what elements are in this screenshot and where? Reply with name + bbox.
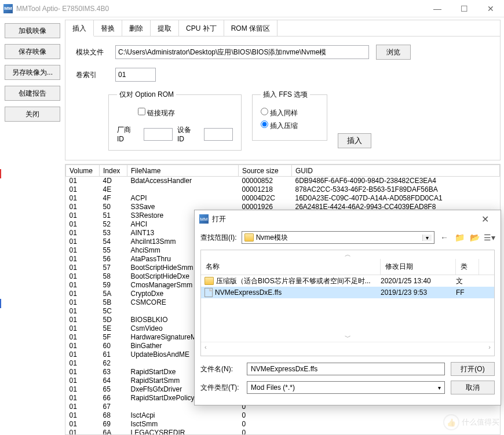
- watermark: 👍 什么值得买: [443, 414, 499, 430]
- close-button[interactable]: ✕: [477, 0, 504, 17]
- table-row[interactable]: 014FACPI00004D2C16D0A23E-C09C-407D-A14A-…: [66, 194, 500, 203]
- table-row[interactable]: 016ALEGACYSREDIR0: [66, 429, 500, 435]
- load-image-button[interactable]: 加载映像: [5, 23, 60, 38]
- folder-icon: [204, 277, 214, 285]
- minimize-button[interactable]: —: [424, 0, 451, 17]
- browse-button[interactable]: 浏览: [376, 45, 411, 60]
- col-filename[interactable]: FileName: [127, 165, 239, 177]
- volume-index-label: 卷索引: [76, 70, 108, 80]
- col-source-size[interactable]: Source size: [239, 165, 292, 177]
- sidebar: 加载映像 保存映像 另存映像为... 创建报告 关闭: [0, 17, 65, 435]
- ffs-options-group: 插入 FFS 选项 插入同样 插入压缩: [252, 90, 327, 141]
- file-list-row[interactable]: 压缩版（适合BIOS芯片容量不够或者空间不足时...2020/1/25 13:4…: [201, 275, 494, 287]
- save-as-button[interactable]: 另存映像为...: [5, 65, 60, 80]
- folder-icon: [244, 233, 254, 242]
- scroll-down-icon[interactable]: ﹀: [201, 333, 494, 342]
- file-list[interactable]: ︿ 名称 修改日期 类 压缩版（适合BIOS芯片容量不够或者空间不足时...20…: [200, 250, 495, 356]
- module-file-label: 模块文件: [76, 47, 108, 57]
- col-index[interactable]: Index: [100, 165, 127, 177]
- look-in-combo[interactable]: Nvme模块 ▾: [242, 231, 434, 244]
- device-id-label: 设备 ID: [177, 125, 199, 143]
- ffs-options-legend: 插入 FFS 选项: [261, 90, 310, 100]
- col-type[interactable]: 类: [456, 259, 479, 275]
- view-menu-icon[interactable]: ☰▾: [484, 232, 495, 243]
- back-icon[interactable]: ←: [439, 232, 450, 243]
- vendor-id-label: 厂商 ID: [117, 125, 139, 143]
- open-button[interactable]: 打开(O): [451, 362, 495, 376]
- ffs-insert-compressed-radio[interactable]: 插入压缩: [261, 120, 319, 131]
- dialog-close-button[interactable]: ✕: [474, 212, 496, 226]
- option-rom-legend: 仅对 Option ROM: [117, 90, 176, 100]
- scroll-right-icon[interactable]: ›: [488, 343, 491, 350]
- cancel-button[interactable]: 取消: [451, 381, 495, 394]
- file-type-label: 文件类型(T):: [200, 383, 241, 393]
- option-rom-group: 仅对 Option ROM 链接现存 厂商 ID 设备 ID: [108, 90, 242, 151]
- accent-mark: [0, 299, 1, 308]
- titlebar: MM MMTool Aptio- E7850IMS.4B0 — ☐ ✕: [0, 0, 504, 17]
- col-name[interactable]: 名称: [201, 259, 381, 275]
- table-header-row: Volume Index FileName Source size GUID: [66, 165, 500, 177]
- insert-button[interactable]: 插入: [338, 133, 371, 148]
- create-report-button[interactable]: 创建报告: [5, 86, 60, 101]
- up-folder-icon[interactable]: 📁: [454, 232, 465, 243]
- file-name-label: 文件名(N):: [200, 364, 241, 374]
- window-title: MMTool Aptio- E7850IMS.4B0: [16, 5, 424, 13]
- dialog-title: 打开: [212, 214, 474, 224]
- chevron-down-icon[interactable]: ▾: [422, 235, 432, 241]
- close-image-button[interactable]: 关闭: [5, 107, 60, 122]
- app-icon: MM: [3, 4, 13, 13]
- module-file-input[interactable]: [115, 45, 369, 59]
- dialog-titlebar[interactable]: MM 打开 ✕: [195, 210, 501, 228]
- tab-rom-reserve[interactable]: ROM 保留区: [224, 20, 277, 36]
- tabstrip: 插入 替换 删除 提取 CPU 补丁 ROM 保留区: [65, 20, 500, 36]
- file-list-header: 名称 修改日期 类: [201, 259, 494, 275]
- tab-cpu-patch[interactable]: CPU 补丁: [179, 20, 224, 36]
- file-list-row[interactable]: NVMeExpressDxE.ffs2019/1/23 9:53FF: [201, 287, 494, 298]
- col-guid[interactable]: GUID: [292, 165, 500, 177]
- look-in-label: 查找范围(I):: [200, 233, 237, 243]
- tab-insert[interactable]: 插入: [65, 20, 94, 36]
- ffs-insert-same-radio[interactable]: 插入同样: [261, 108, 319, 118]
- table-row[interactable]: 014DBdatAccessHandler000008526DB9486F-6A…: [66, 177, 500, 186]
- table-row[interactable]: 0169IsctSmm0: [66, 420, 500, 429]
- file-name-input[interactable]: [247, 363, 445, 375]
- top-panel: 插入 替换 删除 提取 CPU 补丁 ROM 保留区 模块文件 浏览 卷索引: [65, 20, 501, 160]
- scroll-up-icon[interactable]: ︿: [201, 250, 494, 259]
- tab-delete[interactable]: 删除: [122, 20, 151, 36]
- new-folder-icon[interactable]: 📂: [469, 232, 480, 243]
- file-icon: [204, 288, 213, 297]
- dialog-icon: MM: [199, 214, 209, 224]
- file-type-combo[interactable]: Mod Files (*.*) ▾: [247, 381, 445, 394]
- link-existing-checkbox[interactable]: 链接现存: [138, 109, 175, 117]
- tab-extract[interactable]: 提取: [151, 20, 179, 36]
- tab-replace[interactable]: 替换: [94, 20, 122, 36]
- chevron-down-icon[interactable]: ▾: [438, 385, 441, 391]
- table-row[interactable]: 0168IsctAcpi0: [66, 411, 500, 420]
- vendor-id-input[interactable]: [144, 128, 173, 141]
- look-in-value: Nvme模块: [256, 233, 288, 243]
- device-id-input[interactable]: [204, 128, 233, 141]
- maximize-button[interactable]: ☐: [451, 0, 477, 17]
- volume-index-input[interactable]: [115, 68, 156, 82]
- table-row[interactable]: 014E00001218878AC2CC-5343-46F2-B563-51F8…: [66, 185, 500, 194]
- thumbs-up-icon: 👍: [443, 414, 459, 430]
- col-date[interactable]: 修改日期: [381, 259, 456, 275]
- accent-mark: [0, 169, 1, 178]
- col-volume[interactable]: Volume: [66, 165, 100, 177]
- save-image-button[interactable]: 保存映像: [5, 44, 60, 59]
- open-dialog: MM 打开 ✕ 查找范围(I): Nvme模块 ▾ ← 📁 📂 ☰▾ ︿ 名称 …: [194, 210, 501, 405]
